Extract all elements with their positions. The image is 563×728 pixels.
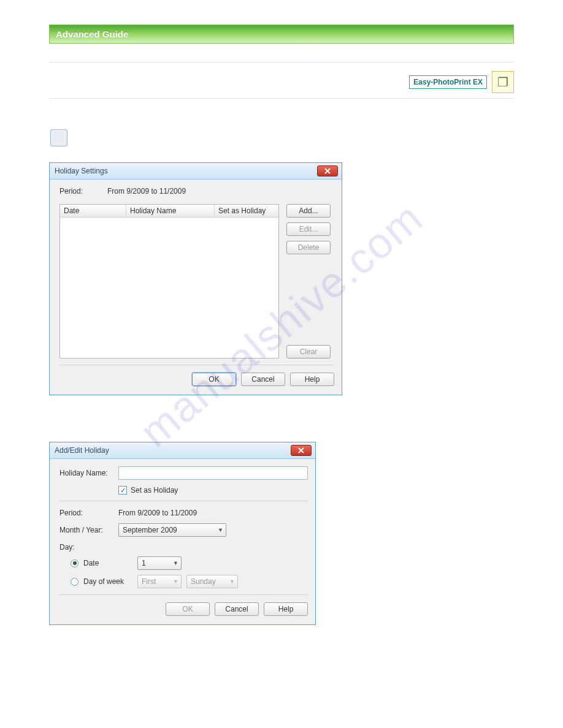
holidays-listview[interactable]: Date Holiday Name Set as Holiday xyxy=(59,204,279,358)
titlebar: Holiday Settings xyxy=(50,163,342,180)
day-of-week-radio-label: Day of week xyxy=(83,577,132,586)
set-as-holiday-checkbox[interactable]: ✓ xyxy=(118,486,127,495)
stack-icon: ❐ xyxy=(497,75,508,89)
add-button[interactable]: Add... xyxy=(286,204,331,218)
date-radio[interactable] xyxy=(71,559,79,567)
period-label: Period: xyxy=(59,187,83,195)
col-date[interactable]: Date xyxy=(60,205,126,217)
radio-dot-icon xyxy=(73,561,77,565)
col-set-as-holiday[interactable]: Set as Holiday xyxy=(215,205,278,217)
cancel-button[interactable]: Cancel xyxy=(215,602,259,616)
help-button[interactable]: Help xyxy=(264,602,308,616)
holiday-settings-dialog: Holiday Settings Period: From 9/2009 to … xyxy=(49,162,342,395)
chevron-down-icon: ▼ xyxy=(173,560,178,566)
month-year-select[interactable]: September 2009 ▼ xyxy=(118,523,226,537)
banner-title: Advanced Guide xyxy=(56,29,128,39)
edit-button[interactable]: Edit... xyxy=(286,222,331,236)
chevron-down-icon: ▼ xyxy=(218,527,223,533)
close-button[interactable] xyxy=(291,445,312,456)
holiday-name-label: Holiday Name: xyxy=(59,469,112,477)
cancel-button[interactable]: Cancel xyxy=(241,373,285,386)
photos-icon: ❐ xyxy=(492,71,514,93)
titlebar: Add/Edit Holiday xyxy=(50,442,315,459)
settings-icon xyxy=(50,129,67,146)
day-of-week-radio[interactable] xyxy=(71,578,79,586)
dialog-divider xyxy=(59,365,334,365)
ok-button[interactable]: OK xyxy=(166,602,210,616)
holiday-name-input[interactable] xyxy=(118,466,308,480)
app-badge-label: Easy-PhotoPrint EX xyxy=(409,75,487,89)
dialog-title: Holiday Settings xyxy=(55,167,108,175)
close-icon xyxy=(298,447,304,453)
dialog-divider xyxy=(59,501,308,501)
dialog-title: Add/Edit Holiday xyxy=(55,446,109,455)
day-label: Day: xyxy=(59,543,75,552)
date-select[interactable]: 1 ▼ xyxy=(137,556,182,570)
period-label: Period: xyxy=(59,509,112,517)
listview-header: Date Holiday Name Set as Holiday xyxy=(60,205,278,218)
ordinal-select[interactable]: First ▼ xyxy=(137,575,182,588)
date-radio-label: Date xyxy=(83,559,132,567)
date-value: 1 xyxy=(142,559,146,567)
set-as-holiday-label: Set as Holiday xyxy=(131,486,178,495)
weekday-select[interactable]: Sunday ▼ xyxy=(186,575,238,588)
close-icon xyxy=(324,168,331,174)
chevron-down-icon: ▼ xyxy=(229,578,235,585)
dialog-divider xyxy=(59,594,308,595)
col-holiday-name[interactable]: Holiday Name xyxy=(126,205,215,217)
add-edit-holiday-dialog: Add/Edit Holiday Holiday Name: ✓ Set as … xyxy=(49,442,316,625)
month-year-value: September 2009 xyxy=(123,526,177,534)
weekday-value: Sunday xyxy=(191,577,216,586)
chevron-down-icon: ▼ xyxy=(173,578,178,585)
ok-button[interactable]: OK xyxy=(192,373,236,386)
period-value: From 9/2009 to 11/2009 xyxy=(107,187,186,195)
ordinal-value: First xyxy=(142,577,156,586)
period-value: From 9/2009 to 11/2009 xyxy=(118,509,197,517)
month-year-label: Month / Year: xyxy=(59,526,112,534)
delete-button[interactable]: Delete xyxy=(286,241,331,254)
advanced-guide-banner: Advanced Guide xyxy=(49,25,514,44)
check-icon: ✓ xyxy=(120,487,126,494)
close-button[interactable] xyxy=(317,165,338,176)
clear-button[interactable]: Clear xyxy=(286,345,331,358)
help-button[interactable]: Help xyxy=(290,373,334,386)
